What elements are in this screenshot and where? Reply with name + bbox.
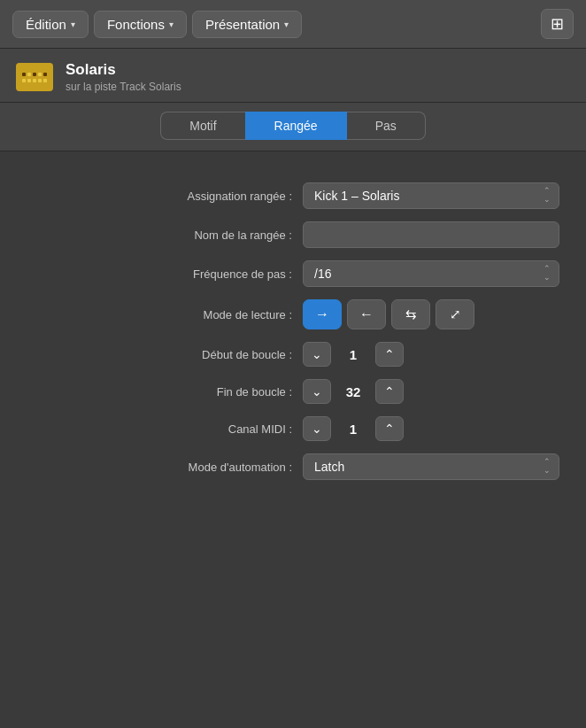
fonctions-chevron: ▾: [169, 19, 173, 29]
presentation-menu[interactable]: Présentation ▾: [192, 11, 302, 38]
canal-midi-control: ⌄ 1 ⌃: [303, 416, 559, 441]
canal-value: 1: [340, 422, 366, 437]
mode-lecture-control: → ← ⇆ ⤢: [303, 299, 559, 329]
debut-boucle-row: Début de boucle : ⌄ 1 ⌃: [0, 336, 586, 373]
edition-label: Édition: [26, 17, 66, 32]
nom-row: Nom de la rangée :: [0, 215, 586, 254]
grid-icon: ⊞: [551, 14, 564, 34]
edition-chevron: ▾: [71, 19, 75, 29]
chevron-down-icon: ⌄: [312, 347, 322, 361]
frequence-label: Fréquence de pas :: [150, 267, 292, 281]
nom-control: [303, 221, 559, 248]
mode-auto-select[interactable]: Latch Touch Read Write: [303, 453, 559, 480]
fin-stepper: ⌄ 32 ⌃: [303, 379, 559, 404]
canal-midi-label: Canal MIDI :: [150, 422, 292, 436]
chevron-up-icon: ⌃: [384, 347, 395, 361]
playback-backward[interactable]: ←: [347, 299, 386, 329]
debut-increment[interactable]: ⌃: [375, 342, 404, 367]
playback-random[interactable]: ⤢: [436, 299, 474, 329]
mode-auto-control: Latch Touch Read Write: [303, 453, 559, 480]
frequence-row: Fréquence de pas : /16 /8 /32: [0, 254, 586, 293]
fin-boucle-control: ⌄ 32 ⌃: [303, 379, 559, 404]
debut-stepper: ⌄ 1 ⌃: [303, 342, 559, 367]
instrument-name: Solaris: [66, 61, 181, 79]
debut-boucle-label: Début de boucle :: [150, 348, 292, 361]
canal-decrement[interactable]: ⌄: [303, 416, 331, 441]
chevron-down-icon: ⌄: [312, 422, 322, 436]
assignation-select[interactable]: Kick 1 – Solaris: [303, 182, 559, 209]
mode-lecture-row: Mode de lecture : → ← ⇆ ⤢: [0, 293, 586, 336]
tab-pas[interactable]: Pas: [347, 112, 426, 140]
chevron-up-icon: ⌃: [384, 422, 395, 436]
nom-input[interactable]: [303, 221, 559, 248]
fin-decrement[interactable]: ⌄: [303, 379, 331, 404]
presentation-label: Présentation: [205, 17, 280, 32]
instrument-info: Solaris sur la piste Track Solaris: [66, 61, 181, 93]
tabs-row: Motif Rangée Pas: [0, 103, 586, 151]
instrument-icon: [16, 63, 53, 91]
mode-auto-label: Mode d'automation :: [150, 461, 292, 474]
fin-value: 32: [340, 384, 366, 399]
assignation-row: Assignation rangée : Kick 1 – Solaris: [0, 176, 586, 215]
debut-decrement[interactable]: ⌄: [303, 342, 331, 367]
chevron-up-icon: ⌃: [384, 384, 395, 399]
playback-buttons: → ← ⇆ ⤢: [303, 299, 559, 329]
frequence-select[interactable]: /16 /8 /32: [303, 260, 559, 287]
frequence-select-wrapper: /16 /8 /32: [303, 260, 559, 287]
fin-boucle-row: Fin de boucle : ⌄ 32 ⌃: [0, 373, 586, 410]
instrument-header: Solaris sur la piste Track Solaris: [0, 49, 586, 103]
debut-boucle-control: ⌄ 1 ⌃: [303, 342, 559, 367]
fin-increment[interactable]: ⌃: [375, 379, 404, 404]
fonctions-menu[interactable]: Fonctions ▾: [94, 11, 187, 38]
canal-increment[interactable]: ⌃: [375, 416, 404, 441]
canal-midi-row: Canal MIDI : ⌄ 1 ⌃: [0, 410, 586, 447]
content-area: Assignation rangée : Kick 1 – Solaris No…: [0, 151, 586, 486]
assignation-control: Kick 1 – Solaris: [303, 182, 559, 209]
presentation-chevron: ▾: [284, 19, 289, 29]
tab-rangee[interactable]: Rangée: [245, 112, 347, 140]
canal-stepper: ⌄ 1 ⌃: [303, 416, 559, 441]
mode-auto-row: Mode d'automation : Latch Touch Read Wri…: [0, 447, 586, 486]
chevron-down-icon: ⌄: [312, 384, 322, 399]
fonctions-label: Fonctions: [107, 17, 165, 32]
fin-boucle-label: Fin de boucle :: [150, 385, 292, 399]
playback-forward[interactable]: →: [303, 299, 342, 329]
instrument-track: sur la piste Track Solaris: [66, 81, 181, 93]
frequence-control: /16 /8 /32: [303, 260, 559, 287]
forward-icon: →: [315, 306, 329, 322]
pingpong-icon: ⇆: [405, 306, 417, 322]
assignation-select-wrapper: Kick 1 – Solaris: [303, 182, 559, 209]
debut-value: 1: [340, 347, 366, 362]
playback-pingpong[interactable]: ⇆: [391, 299, 430, 329]
nom-label: Nom de la rangée :: [150, 228, 292, 242]
mode-lecture-label: Mode de lecture :: [150, 308, 292, 321]
assignation-label: Assignation rangée :: [150, 190, 292, 203]
backward-icon: ←: [359, 306, 374, 322]
mode-auto-select-wrapper: Latch Touch Read Write: [303, 453, 559, 480]
grid-button[interactable]: ⊞: [541, 9, 574, 39]
top-bar: Édition ▾ Fonctions ▾ Présentation ▾ ⊞: [0, 0, 586, 49]
tab-motif[interactable]: Motif: [160, 112, 244, 140]
random-icon: ⤢: [450, 306, 461, 322]
edition-menu[interactable]: Édition ▾: [12, 11, 89, 38]
